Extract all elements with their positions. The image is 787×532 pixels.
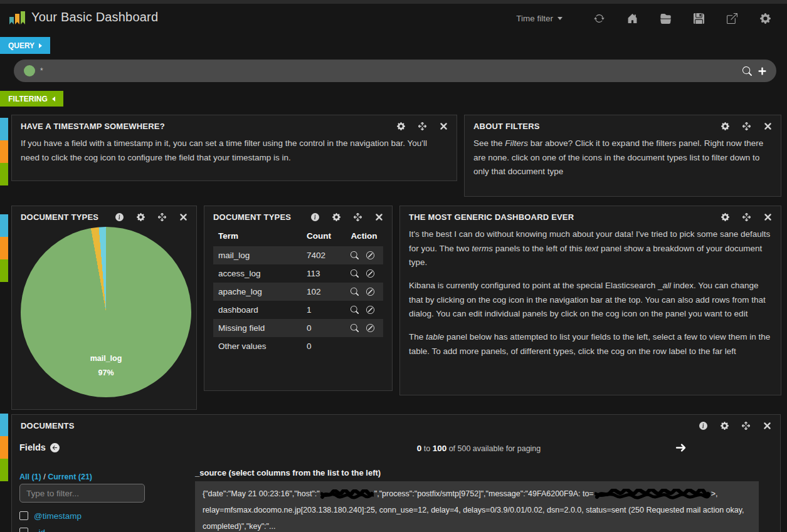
column-header-count: Count [302,226,346,246]
query-tab[interactable]: QUERY [0,37,50,54]
paragraph: Kibana is currently configured to point … [409,279,772,321]
move-icon[interactable] [418,122,426,130]
gear-icon[interactable] [721,422,729,430]
panel-title: HAVE A TIMESTAMP SOMEWHERE? [21,122,165,131]
fields-section-label: Fields [19,442,60,452]
table-row: Missing field0 [213,319,383,337]
field-link[interactable]: _id [34,528,45,532]
panel-document-types-table: DOCUMENT TYPES Term Count Action mail_lo… [204,206,393,391]
query-tab-label: QUERY [8,41,34,50]
gear-icon[interactable] [397,122,405,130]
close-icon[interactable] [440,122,448,130]
info-icon[interactable] [115,213,124,221]
query-value[interactable]: * [40,66,43,75]
field-link[interactable]: @timestamp [34,511,82,521]
paging-rest: of 500 available for paging [449,444,541,453]
filter-include-icon[interactable] [351,251,359,259]
table-row: dashboard1 [213,301,383,319]
info-icon[interactable] [311,213,319,221]
source-column-header: _source (select columns from the list to… [195,468,381,477]
panel-about-filters: ABOUT FILTERS See the Filters bar above?… [464,115,781,197]
row1-collapse-tab[interactable] [0,118,8,140]
row3-collapse-tab[interactable] [0,414,8,436]
next-page-arrow-icon[interactable] [675,442,686,453]
count-cell: 113 [302,264,346,283]
close-icon[interactable] [375,213,383,221]
move-icon[interactable] [742,213,751,221]
gear-icon[interactable] [721,122,729,130]
current-fields-link[interactable]: Current (21) [48,472,92,481]
field-list-item: @timestamp [19,508,82,524]
field-filter-input[interactable] [19,484,145,503]
filter-exclude-icon[interactable] [366,288,374,296]
filter-exclude-icon[interactable] [366,269,374,278]
add-query-icon[interactable] [758,67,766,75]
nav-bar: Time filter [516,0,771,36]
row2-collapse-tab[interactable] [0,214,8,237]
time-filter-dropdown[interactable]: Time filter [516,14,563,23]
home-icon[interactable] [627,13,638,24]
panel-title: THE MOST GENERIC DASHBOARD EVER [409,212,574,222]
row1-config-tab[interactable] [0,140,8,163]
field-list-item: _id [19,524,82,532]
filtering-tab[interactable]: FILTERING [0,91,63,107]
close-icon[interactable] [179,213,188,221]
close-icon[interactable] [764,122,772,130]
gear-icon[interactable] [760,13,771,24]
panel-title: DOCUMENTS [21,421,75,430]
move-icon[interactable] [742,122,751,130]
term-cell: Missing field [213,319,302,337]
panel-body-text: See the Filters bar above? Click it to e… [473,137,772,179]
row2-add-panel-tab[interactable] [0,259,8,282]
count-cell: 102 [302,283,346,301]
table-header-row: Term Count Action [213,226,383,246]
search-icon[interactable] [742,66,752,76]
action-cell [346,264,383,283]
move-icon[interactable] [742,422,750,430]
document-source-cell[interactable]: {"date":"May 21 00:23:16","host":"","pro… [195,481,759,532]
folder-open-icon[interactable] [660,13,671,24]
gear-icon[interactable] [721,213,729,221]
panel-title: DOCUMENT TYPES [213,212,291,222]
count-cell: 7402 [302,246,346,264]
close-icon[interactable] [763,422,771,430]
move-icon[interactable] [158,213,166,221]
filtering-tab-label: FILTERING [8,95,47,103]
share-icon[interactable] [727,13,737,24]
count-cell: 0 [302,319,346,337]
filter-include-icon[interactable] [351,306,359,314]
table-row: mail_log7402 [213,246,383,264]
info-icon[interactable] [699,422,707,430]
filter-exclude-icon[interactable] [366,324,374,332]
field-checkbox[interactable] [19,528,28,532]
row3-add-panel-tab[interactable] [0,459,8,481]
all-fields-link[interactable]: All (1) [19,472,41,481]
filter-exclude-icon[interactable] [366,306,374,314]
action-cell [346,337,383,355]
query-input-bar[interactable]: * [14,60,776,82]
term-cell: apache_log [213,283,302,301]
row2-config-tab[interactable] [0,237,8,259]
query-pin-dot[interactable] [24,65,35,76]
paragraph: The table panel below has attempted to l… [409,330,772,358]
filter-include-icon[interactable] [351,269,359,278]
close-icon[interactable] [764,213,772,221]
action-cell [346,246,383,264]
gear-icon[interactable] [137,213,145,221]
panel-timestamp: HAVE A TIMESTAMP SOMEWHERE? If you have … [11,115,457,181]
collapse-fields-icon[interactable] [50,443,60,452]
refresh-icon[interactable] [594,13,605,24]
row3-config-tab[interactable] [0,436,8,459]
panel-generic-dashboard: THE MOST GENERIC DASHBOARD EVER It's the… [399,206,781,395]
filter-include-icon[interactable] [351,324,359,332]
gear-icon[interactable] [332,213,341,221]
filter-exclude-icon[interactable] [366,251,374,259]
table-row: apache_log102 [213,283,383,301]
filter-include-icon[interactable] [351,288,359,296]
field-checkbox[interactable] [19,511,28,520]
row1-add-panel-tab[interactable] [0,163,8,185]
time-filter-label: Time filter [516,14,553,23]
move-icon[interactable] [354,213,362,221]
panel-documents: DOCUMENTS Fields 0 to 100 of 500 availab… [11,414,781,532]
save-icon[interactable] [694,13,704,24]
